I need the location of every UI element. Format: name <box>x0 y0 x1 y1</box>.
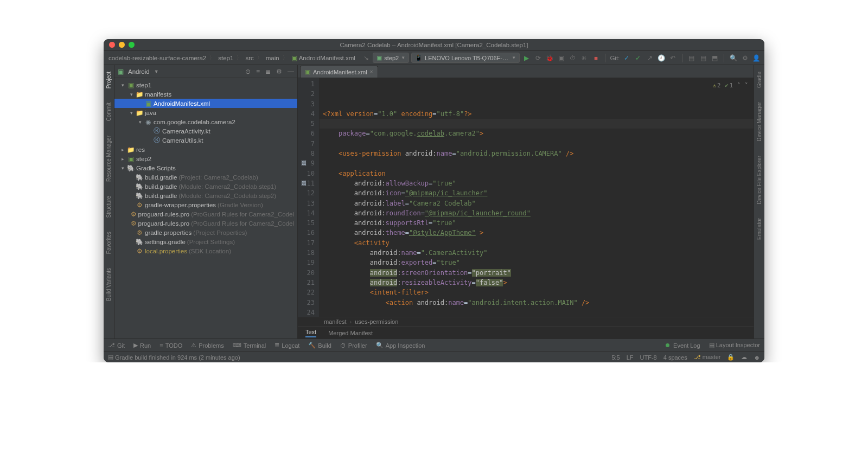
tool-commit[interactable]: Commit <box>106 103 112 121</box>
tree-node-build-gradle[interactable]: 🐘build.gradle (Project: Camera2_Codelab) <box>114 173 297 182</box>
tree-node-build-gradle[interactable]: 🐘build.gradle (Module: Camera2_Codelab.s… <box>114 191 297 200</box>
tree-node-gradle-wrapper-properties[interactable]: ⚙gradle-wrapper.properties (Gradle Versi… <box>114 200 297 209</box>
vcs-commit-button[interactable]: ✓ <box>634 53 643 63</box>
breadcrumb-item[interactable]: main <box>264 54 281 62</box>
close-tab-icon[interactable]: × <box>370 69 373 75</box>
tree-node-proguard-rules-pro[interactable]: ⚙proguard-rules.pro (ProGuard Rules for … <box>114 219 297 228</box>
code-line[interactable]: android:roundIcon="@mipmap/ic_launcher_r… <box>323 208 754 218</box>
toolwindow-problems[interactable]: ⚠ Problems <box>191 342 224 349</box>
tool-favorites[interactable]: Favorites <box>106 232 112 254</box>
profile-button[interactable]: ⏱ <box>568 53 577 63</box>
file-encoding[interactable]: UTF-8 <box>640 354 657 361</box>
tree-node-cameraactivity-kt[interactable]: ⓀCameraActivity.kt <box>114 126 297 136</box>
toolwindow-app-inspection[interactable]: 🔍 App Inspection <box>376 342 425 349</box>
code-line[interactable] <box>323 139 754 149</box>
breadcrumb-item[interactable]: src <box>244 54 255 62</box>
editor-breadcrumb[interactable]: manifest › uses-permission <box>298 317 754 327</box>
coverage-button[interactable]: ▣ <box>557 53 566 63</box>
inspection-chevron-icon[interactable]: ˄ <box>737 80 741 90</box>
git-branch[interactable]: ⎇ master <box>694 354 721 361</box>
code-line[interactable]: <?xml version="1.0" encoding="utf-8"?> <box>323 109 754 119</box>
breadcrumb-item[interactable]: codelab-resizable-surface-camera2 <box>107 54 208 62</box>
vcs-push-button[interactable]: ↗ <box>645 53 654 63</box>
attach-debugger-button[interactable]: ⛯ <box>580 53 589 63</box>
tree-node-manifests[interactable]: ▾📁manifests <box>114 90 297 99</box>
inspection-chevron-icon[interactable]: ˅ <box>745 80 748 90</box>
tree-node-gradle-properties[interactable]: ⚙gradle.properties (Project Properties) <box>114 228 297 237</box>
tree-node-build-gradle[interactable]: 🐘build.gradle (Module: Camera2_Codelab.s… <box>114 182 297 191</box>
gutter-image-icon[interactable]: 🖼 <box>299 158 307 166</box>
vcs-history-button[interactable]: 🕘 <box>656 53 666 63</box>
code-editor[interactable]: 🖼🖼 1234567891011121314151617181920212223… <box>298 78 754 317</box>
tree-node-step1[interactable]: ▾▣step1 <box>114 80 297 90</box>
code-line[interactable]: android:name=".CameraActivity" <box>323 248 754 258</box>
code-line[interactable]: android:resizeableActivity="false"> <box>323 278 754 288</box>
tree-node-local-properties[interactable]: ⚙local.properties (SDK Location) <box>114 246 297 255</box>
collapse-all-icon[interactable]: ≣ <box>265 68 271 75</box>
caret-position[interactable]: 5:5 <box>611 354 620 361</box>
vcs-update-button[interactable]: ✓ <box>622 53 631 63</box>
tool-build-variants[interactable]: Build Variants <box>106 268 112 301</box>
hide-panel-icon[interactable]: — <box>288 68 294 75</box>
project-panel-header[interactable]: ▣ Android ▼ ⊙ ≡ ≣ ⚙ — <box>114 65 297 78</box>
debug-button[interactable]: 🐞 <box>545 53 554 63</box>
sync-icon[interactable]: ↘ <box>361 53 371 63</box>
code-line[interactable]: <application <box>323 169 754 178</box>
code-line[interactable]: android:icon="@mipmap/ic_launcher" <box>323 188 754 198</box>
gutter-image-icon[interactable]: 🖼 <box>299 178 307 186</box>
tool-structure[interactable]: Structure <box>106 196 112 218</box>
run-config-select[interactable]: ▣ step2 ▼ <box>373 53 409 63</box>
panel-settings-icon[interactable]: ⚙ <box>276 68 282 75</box>
tree-node-androidmanifest-xml[interactable]: ▣AndroidManifest.xml <box>114 99 297 108</box>
toolwindow-profiler[interactable]: ⏱ Profiler <box>340 342 367 349</box>
toolwindow-git[interactable]: ⎇ Git <box>108 342 125 349</box>
toolwindow-build[interactable]: 🔨 Build <box>308 342 331 349</box>
breadcrumb-item[interactable]: ▣AndroidManifest.xml <box>290 54 357 62</box>
tool-gradle[interactable]: Gradle <box>756 72 762 88</box>
tree-node-gradle-scripts[interactable]: ▾🐘Gradle Scripts <box>114 163 297 173</box>
code-line[interactable]: android:supportsRtl="true" <box>323 218 754 228</box>
expand-all-icon[interactable]: ≡ <box>256 68 260 75</box>
tree-node-camerautils-kt[interactable]: ⓀCameraUtils.kt <box>114 136 297 145</box>
tool-emulator[interactable]: Emulator <box>756 218 762 240</box>
code-line[interactable] <box>323 158 754 168</box>
code-line[interactable]: android:theme="@style/AppTheme" > <box>323 228 754 238</box>
code-line[interactable]: android:allowBackup="true" <box>323 178 754 188</box>
toolwindow-logcat[interactable]: ≣ Logcat <box>275 342 299 349</box>
toolwindow-todo[interactable]: ≡ TODO <box>159 342 182 349</box>
tree-node-com-google-codelab-camera2[interactable]: ▾◉com.google.codelab.camera2 <box>114 117 297 126</box>
tree-node-settings-gradle[interactable]: 🐘settings.gradle (Project Settings) <box>114 237 297 246</box>
tool-device-manager[interactable]: Device Manager <box>756 102 762 142</box>
resource-manager-button[interactable]: ⬒ <box>710 53 719 63</box>
apply-changes-button[interactable]: ⟳ <box>533 53 542 63</box>
toolwindow-run[interactable]: ▶ Run <box>133 342 151 349</box>
toolwindow-event-log[interactable]: Event Log <box>666 342 700 349</box>
tree-node-proguard-rules-pro[interactable]: ⚙proguard-rules.pro (ProGuard Rules for … <box>114 209 297 219</box>
code-line[interactable] <box>323 308 754 317</box>
account-icon[interactable]: 👤 <box>752 53 761 63</box>
sdk-manager-button[interactable]: ▤ <box>698 53 707 63</box>
tool-device-file-explorer[interactable]: Device File Explorer <box>756 156 762 204</box>
avd-manager-button[interactable]: ▤ <box>687 53 696 63</box>
warnings-indicator[interactable]: ⚠2 <box>713 80 721 90</box>
tool-resource-manager[interactable]: Resource Manager <box>106 136 112 182</box>
toolwindow-terminal[interactable]: ⌨ Terminal <box>233 342 266 349</box>
locate-file-icon[interactable]: ⊙ <box>245 68 251 75</box>
tree-node-step2[interactable]: ▸▣step2 <box>114 154 297 163</box>
code-line[interactable]: <uses-permission android:name="android.p… <box>323 149 754 158</box>
line-separator[interactable]: LF <box>627 354 634 361</box>
tool-project[interactable]: Project <box>106 72 112 88</box>
device-select[interactable]: 📱 LENOVO Lenovo TB-Q706F-DPP ▼ <box>411 53 520 63</box>
indent-setting[interactable]: 4 spaces <box>663 354 687 361</box>
toolwindow-layout-inspector[interactable]: ▤ Layout Inspector <box>709 342 760 349</box>
project-tree[interactable]: ▾▣step1▾📁manifests▣AndroidManifest.xml▾📁… <box>114 78 297 338</box>
lock-icon[interactable]: 🔒 <box>727 354 735 361</box>
settings-button[interactable]: ⚙ <box>740 53 749 63</box>
breadcrumb-item[interactable]: step1 <box>216 54 235 62</box>
tree-node-res[interactable]: ▸📁res <box>114 145 297 154</box>
tree-node-java[interactable]: ▾📁java <box>114 108 297 117</box>
code-line[interactable]: android:exported="true" <box>323 258 754 267</box>
code-line[interactable]: <activity <box>323 238 754 248</box>
vcs-rollback-button[interactable]: ↶ <box>668 53 678 63</box>
editor-breadcrumb-item[interactable]: manifest <box>324 318 347 325</box>
